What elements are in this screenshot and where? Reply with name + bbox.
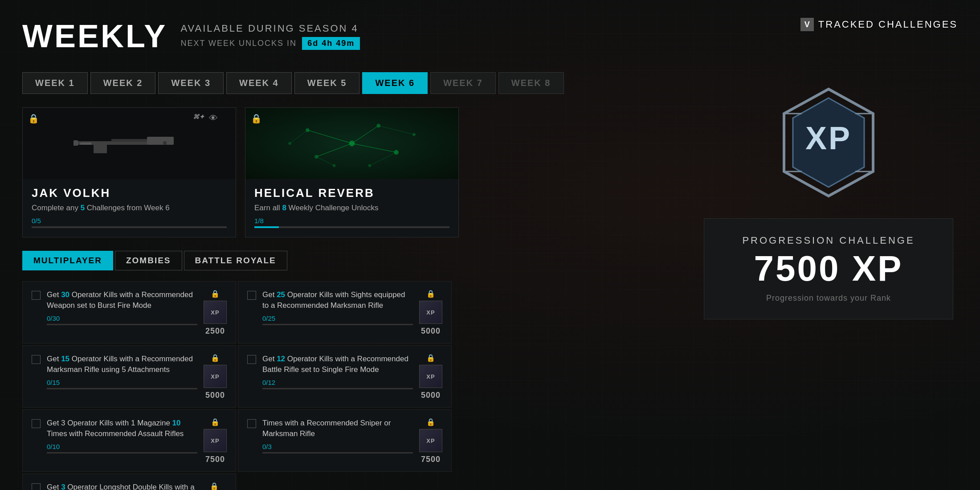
unlock-timer: 6d 4h 49m bbox=[302, 37, 360, 50]
svg-line-16 bbox=[307, 130, 352, 143]
tab-week1[interactable]: WEEK 1 bbox=[22, 72, 88, 94]
challenge-sniper-times: Times with a Recommended Sniper or Marks… bbox=[238, 409, 452, 472]
xp-badge bbox=[204, 365, 227, 388]
challenge-right: 🔒 5000 bbox=[204, 354, 227, 400]
svg-rect-1 bbox=[147, 137, 174, 145]
svg-rect-4 bbox=[111, 139, 147, 142]
challenge-text: Times with a Recommended Sniper or Marks… bbox=[262, 418, 413, 439]
svg-text:XP: XP bbox=[805, 120, 852, 156]
challenge-burst-fire: Get 30 Operator Kills with a Recommended… bbox=[22, 281, 236, 343]
challenge-content: Get 12 Operator Kills with a Recommended… bbox=[262, 354, 413, 389]
jak-volkh-progress-bar bbox=[32, 226, 227, 228]
challenge-checkbox[interactable] bbox=[32, 291, 41, 300]
challenge-sights-marksman: Get 25 Operator Kills with Sights equipp… bbox=[238, 281, 452, 343]
unlock-badge: NEXT WEEK UNLOCKS IN 6d 4h 49m bbox=[180, 37, 360, 50]
jak-volkh-info: JAK VOLKH Complete any 5 Challenges from… bbox=[23, 179, 236, 237]
lock-icon: 🔒 bbox=[211, 354, 220, 362]
tab-zombies[interactable]: ZOMBIES bbox=[115, 251, 182, 270]
svg-rect-2 bbox=[94, 144, 107, 153]
tab-week3[interactable]: WEEK 3 bbox=[158, 72, 224, 94]
lock-icon: 🔒 bbox=[211, 418, 220, 426]
header-subtitle: AVAILABLE DURING SEASON 4 NEXT WEEK UNLO… bbox=[180, 23, 360, 50]
challenge-right: 🔒 7500 bbox=[419, 418, 442, 464]
challenge-content: Get 15 Operator Kills with a Recommended… bbox=[47, 354, 197, 389]
xp-badge bbox=[419, 429, 442, 452]
svg-line-20 bbox=[290, 130, 308, 143]
challenges-grid: Get 30 Operator Kills with a Recommended… bbox=[22, 281, 459, 490]
challenge-magazine-kills: Get 3 Operator Kills with 1 Magazine 10 … bbox=[22, 409, 236, 472]
challenge-checkbox[interactable] bbox=[32, 419, 41, 428]
challenge-right: 🔒 5000 bbox=[419, 290, 442, 336]
challenge-text: Get 12 Operator Kills with a Recommended… bbox=[262, 354, 413, 375]
svg-point-14 bbox=[333, 164, 335, 167]
challenge-content: Get 3 Operator Kills with 1 Magazine 10 … bbox=[47, 418, 197, 453]
challenge-longshot-kills: Get 3 Operator Longshot Double Kills wit… bbox=[22, 474, 236, 490]
eye-icon[interactable]: 👁 bbox=[209, 113, 218, 123]
challenge-checkbox[interactable] bbox=[32, 355, 41, 364]
svg-point-15 bbox=[368, 164, 371, 167]
progression-desc: Progression towards your Rank bbox=[722, 294, 935, 303]
helical-reverb-progress-label: 1/8 bbox=[254, 217, 449, 225]
tab-multiplayer[interactable]: MULTIPLAYER bbox=[22, 251, 113, 270]
lock-icon: 🔒 bbox=[28, 113, 39, 124]
challenge-text: Get 30 Operator Kills with a Recommended… bbox=[47, 290, 197, 311]
helical-reverb-desc: Earn all 8 Weekly Challenge Unlocks bbox=[254, 204, 449, 212]
challenge-content: Get 25 Operator Kills with Sights equipp… bbox=[262, 290, 413, 325]
tab-week5[interactable]: WEEK 5 bbox=[294, 72, 360, 94]
tab-week7[interactable]: WEEK 7 bbox=[430, 72, 496, 94]
lock-icon: 🔒 bbox=[426, 290, 435, 298]
challenge-right: 🔒 2500 bbox=[204, 290, 227, 336]
challenge-checkbox[interactable] bbox=[247, 291, 256, 300]
svg-point-9 bbox=[314, 155, 318, 159]
gun-silhouette bbox=[67, 126, 192, 161]
xp-amount: 5000 bbox=[421, 391, 441, 400]
challenge-progress: 0/3 bbox=[262, 443, 413, 450]
challenge-text: Get 3 Operator Longshot Double Kills wit… bbox=[47, 482, 196, 490]
xp-badge bbox=[419, 365, 442, 388]
tab-week2[interactable]: WEEK 2 bbox=[90, 72, 156, 94]
tab-week4[interactable]: WEEK 4 bbox=[226, 72, 292, 94]
svg-line-19 bbox=[352, 143, 396, 152]
unlock-card-jak-volkh: 🔒 ⌘✦ 👁 JAK VOLKH Complete any 5 Chall bbox=[22, 107, 236, 237]
tab-week8[interactable]: WEEK 8 bbox=[498, 72, 564, 94]
tab-week6[interactable]: WEEK 6 bbox=[362, 72, 428, 94]
challenge-checkbox[interactable] bbox=[32, 483, 41, 490]
xp-badge bbox=[419, 301, 442, 324]
helical-reverb-progress-fill bbox=[254, 226, 279, 228]
challenge-bar bbox=[262, 452, 413, 453]
tracked-challenges-button[interactable]: V TRACKED CHALLENGES bbox=[800, 18, 958, 31]
svg-line-23 bbox=[316, 157, 334, 166]
svg-line-21 bbox=[379, 126, 414, 135]
challenge-progress: 0/15 bbox=[47, 379, 197, 386]
tab-battle-royale[interactable]: BATTLE ROYALE bbox=[184, 251, 287, 270]
svg-line-18 bbox=[352, 126, 379, 143]
challenge-checkbox[interactable] bbox=[247, 419, 256, 428]
jak-volkh-image: 🔒 ⌘✦ 👁 bbox=[23, 108, 236, 179]
challenge-progress: 0/12 bbox=[262, 379, 413, 386]
challenge-battle-rifle-single: Get 12 Operator Kills with a Recommended… bbox=[238, 345, 452, 408]
challenge-progress: 0/30 bbox=[47, 314, 197, 322]
lock-icon: 🔒 bbox=[211, 290, 220, 298]
tracked-key: V bbox=[800, 18, 814, 31]
challenge-bar bbox=[47, 452, 197, 453]
xp-amount: 5000 bbox=[205, 391, 225, 400]
challenge-content: Get 30 Operator Kills with a Recommended… bbox=[47, 290, 197, 325]
svg-rect-3 bbox=[80, 143, 91, 145]
challenge-checkbox[interactable] bbox=[247, 355, 256, 364]
jak-volkh-name: JAK VOLKH bbox=[32, 186, 227, 200]
progression-label: PROGRESSION CHALLENGE bbox=[722, 235, 935, 246]
xp-hexagon: XP bbox=[766, 80, 891, 205]
helical-reverb-info: HELICAL REVERB Earn all 8 Weekly Challen… bbox=[245, 179, 458, 237]
xp-badge bbox=[204, 429, 227, 452]
svg-line-17 bbox=[316, 143, 352, 157]
challenge-content: Times with a Recommended Sniper or Marks… bbox=[262, 418, 413, 453]
main-container: WEEKLY AVAILABLE DURING SEASON 4 NEXT WE… bbox=[0, 0, 980, 490]
challenge-text: Get 15 Operator Kills with a Recommended… bbox=[47, 354, 197, 375]
tracked-label: TRACKED CHALLENGES bbox=[818, 19, 958, 30]
challenge-progress: 0/10 bbox=[47, 443, 197, 450]
xp-amount: 2500 bbox=[205, 327, 225, 336]
lock-icon: 🔒 bbox=[426, 418, 435, 426]
svg-line-22 bbox=[370, 152, 396, 166]
challenge-text: Get 3 Operator Kills with 1 Magazine 10 … bbox=[47, 418, 197, 439]
helical-reverb-name: HELICAL REVERB bbox=[254, 186, 449, 200]
